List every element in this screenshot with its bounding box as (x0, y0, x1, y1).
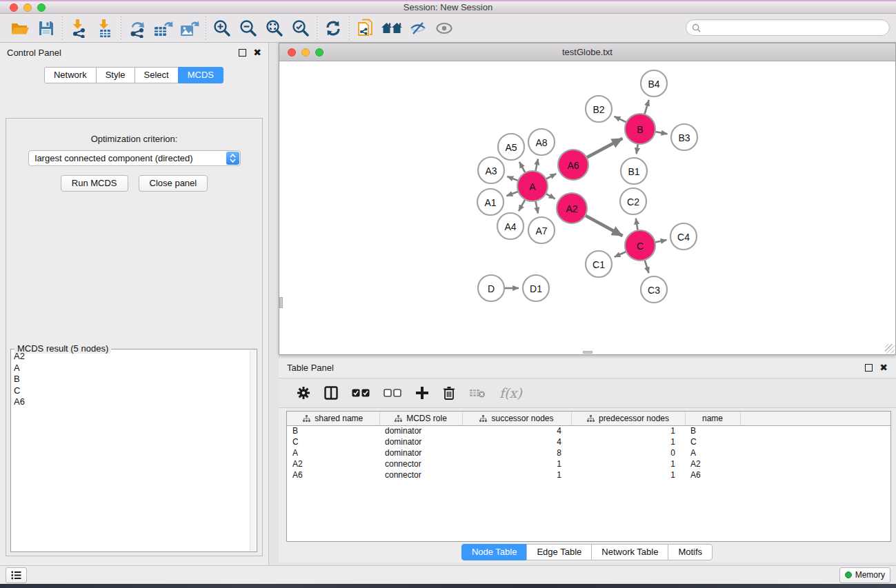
cell-name[interactable]: A (685, 447, 740, 458)
cell-MCDS-role[interactable]: connector (379, 458, 462, 469)
import-table-button[interactable] (92, 16, 118, 41)
result-item[interactable]: C (14, 385, 249, 397)
edge-C-C4[interactable] (655, 240, 667, 243)
cell-name[interactable]: C (685, 436, 740, 447)
edge-A-A2[interactable] (546, 194, 555, 199)
tab-motifs[interactable]: Motifs (668, 544, 713, 560)
cell-MCDS-role[interactable]: dominator (379, 447, 462, 458)
close-table-panel-icon[interactable]: ✖ (879, 364, 888, 372)
save-session-button[interactable] (33, 16, 59, 41)
cell-shared-name[interactable]: C (287, 436, 379, 447)
function-builder-label[interactable]: f(x) (499, 385, 522, 401)
tab-network[interactable]: Network (44, 67, 97, 83)
delete-table-button[interactable] (469, 387, 486, 398)
export-network-button[interactable] (124, 16, 150, 41)
edge-A2-C[interactable] (585, 216, 622, 236)
task-history-button[interactable] (6, 567, 27, 583)
export-image-button[interactable] (177, 16, 203, 41)
show-column-button[interactable] (324, 386, 338, 400)
open-file-button[interactable] (7, 16, 33, 41)
table-row[interactable]: A2connector11A2 (287, 458, 890, 469)
cell-shared-name[interactable]: A (287, 447, 379, 458)
edge-B-B3[interactable] (655, 132, 668, 134)
criterion-select[interactable]: largest connected component (directed) (28, 150, 241, 166)
cell-predecessor-nodes[interactable]: 1 (571, 436, 685, 447)
cell-name[interactable]: B (685, 425, 740, 436)
window-resize-grip[interactable] (885, 344, 895, 354)
float-table-panel-icon[interactable] (865, 364, 873, 372)
cell-predecessor-nodes[interactable]: 1 (571, 458, 685, 469)
select-all-button[interactable] (352, 389, 370, 397)
hide-selected-button[interactable] (405, 16, 431, 41)
import-network-button[interactable] (66, 16, 92, 41)
memory-button[interactable]: Memory (839, 567, 890, 583)
edge-A-A6[interactable] (546, 174, 556, 179)
tab-mcds[interactable]: MCDS (178, 67, 223, 83)
canvas-vertical-scrollbar[interactable] (279, 297, 283, 308)
refresh-button[interactable] (320, 16, 346, 41)
run-mcds-button[interactable]: Run MCDS (61, 175, 128, 192)
zoom-fit-button[interactable] (261, 16, 288, 41)
cell-successor-nodes[interactable]: 4 (462, 425, 571, 436)
cell-predecessor-nodes[interactable]: 1 (571, 425, 685, 436)
delete-row-button[interactable] (443, 386, 455, 400)
show-all-button[interactable] (431, 16, 457, 41)
edge-A-A4[interactable] (519, 199, 525, 211)
cell-name[interactable]: A2 (685, 458, 740, 469)
cell-MCDS-role[interactable]: dominator (379, 425, 462, 436)
cell-successor-nodes[interactable]: 8 (462, 447, 571, 458)
add-row-button[interactable] (415, 386, 429, 400)
cell-shared-name[interactable]: B (287, 425, 379, 436)
cell-successor-nodes[interactable]: 1 (462, 458, 571, 469)
table-row[interactable]: Bdominator41B (287, 425, 890, 436)
tab-node-table[interactable]: Node Table (461, 544, 528, 560)
tab-network-table[interactable]: Network Table (591, 544, 668, 560)
tab-select[interactable]: Select (135, 67, 179, 83)
column-header-predecessor-nodes[interactable]: predecessor nodes (571, 412, 685, 425)
edge-C-C2[interactable] (636, 219, 638, 231)
edge-A-A7[interactable] (535, 201, 538, 214)
column-header-shared-name[interactable]: shared name (287, 412, 379, 425)
cell-MCDS-role[interactable]: dominator (379, 436, 462, 447)
edge-C-C1[interactable] (615, 252, 626, 257)
home-view-button[interactable] (379, 16, 405, 41)
edge-A6-B[interactable] (586, 139, 622, 158)
edge-A-A8[interactable] (535, 159, 538, 171)
network-canvas[interactable]: AA1A2A3A4A5A6A7A8BB1B2B3B4CC1C2C3C4DD1 (279, 61, 895, 354)
cell-predecessor-nodes[interactable]: 0 (571, 447, 685, 458)
result-item[interactable]: A2 (14, 351, 249, 363)
close-panel-icon[interactable]: ✖ (253, 49, 261, 57)
result-item[interactable]: B (14, 374, 249, 385)
column-header-MCDS-role[interactable]: MCDS role (379, 412, 462, 425)
cell-successor-nodes[interactable]: 1 (462, 469, 571, 480)
tab-edge-table[interactable]: Edge Table (526, 544, 592, 560)
edge-C-C3[interactable] (645, 260, 649, 273)
edge-B-B2[interactable] (615, 116, 627, 123)
edge-B-B1[interactable] (637, 144, 638, 154)
clone-network-button[interactable] (352, 16, 379, 41)
zoom-out-button[interactable] (235, 16, 261, 41)
table-settings-button[interactable] (297, 386, 310, 400)
cell-successor-nodes[interactable]: 4 (462, 436, 571, 447)
cell-predecessor-nodes[interactable]: 1 (571, 469, 685, 480)
result-item[interactable]: A6 (14, 396, 249, 408)
edge-A-A1[interactable] (506, 192, 518, 196)
search-field[interactable] (686, 19, 890, 36)
cell-name[interactable]: A6 (685, 469, 740, 480)
close-panel-button[interactable]: Close panel (139, 175, 208, 192)
tab-style[interactable]: Style (96, 67, 135, 83)
search-input[interactable] (701, 21, 889, 34)
export-table-button[interactable] (150, 16, 177, 41)
cell-shared-name[interactable]: A6 (287, 469, 379, 480)
edge-A-A5[interactable] (519, 162, 526, 173)
zoom-in-button[interactable] (209, 16, 235, 41)
column-header-successor-nodes[interactable]: successor nodes (462, 412, 571, 425)
table-row[interactable]: Cdominator41C (287, 436, 890, 447)
column-header-name[interactable]: name (685, 412, 740, 425)
table-row[interactable]: A6connector11A6 (287, 469, 890, 480)
edge-B-B4[interactable] (644, 100, 648, 114)
table-row[interactable]: Adominator80A (287, 447, 890, 458)
edge-A-A3[interactable] (507, 176, 518, 181)
cell-MCDS-role[interactable]: connector (379, 469, 462, 480)
select-none-button[interactable] (384, 389, 401, 397)
